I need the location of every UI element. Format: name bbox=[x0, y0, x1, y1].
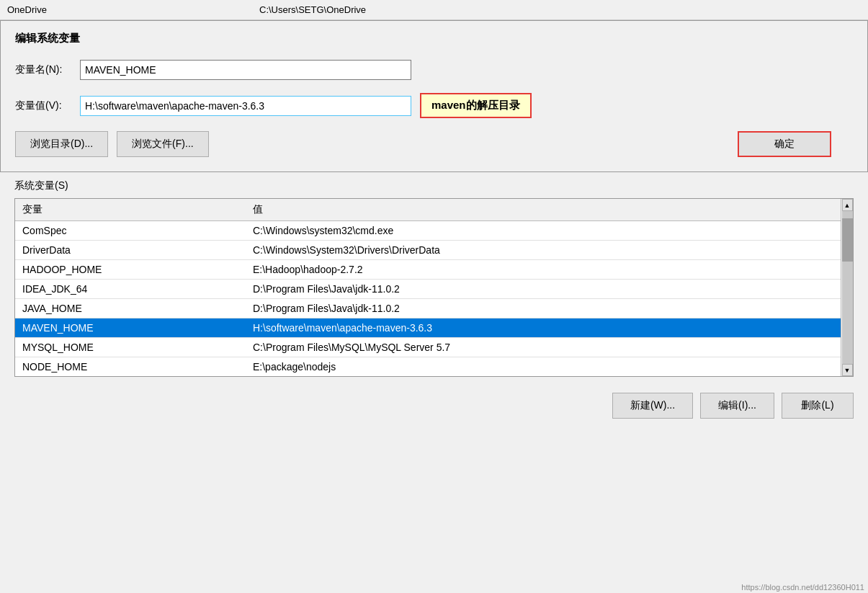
table-cell-value: C:\Windows\system32\cmd.exe bbox=[246, 223, 853, 238]
tooltip-box: maven的解压目录 bbox=[420, 93, 532, 118]
scrollbar[interactable]: ▲ ▼ bbox=[841, 199, 853, 376]
edit-dialog-title: 编辑系统变量 bbox=[15, 32, 853, 45]
table-row[interactable]: HADOOP_HOMEE:\Hadoop\hadoop-2.7.2 bbox=[15, 260, 853, 280]
table-cell-name: HADOOP_HOME bbox=[15, 262, 246, 277]
table-cell-value: H:\software\maven\apache-maven-3.6.3 bbox=[246, 321, 853, 335]
table-row[interactable]: JAVA_HOMED:\Program Files\Java\jdk-11.0.… bbox=[15, 299, 853, 318]
table-cell-value: D:\Program Files\Java\jdk-11.0.2 bbox=[246, 282, 853, 296]
value-label: 变量值(V): bbox=[15, 99, 80, 112]
table-row[interactable]: MAVEN_HOMEH:\software\maven\apache-maven… bbox=[15, 318, 853, 338]
onedrive-name: OneDrive bbox=[7, 4, 259, 15]
table-row[interactable]: ComSpecC:\Windows\system32\cmd.exe bbox=[15, 221, 853, 241]
new-button[interactable]: 新建(W)... bbox=[612, 393, 693, 419]
sys-vars-section: 系统变量(S) 变量 值 ComSpecC:\Windows\system32\… bbox=[0, 172, 868, 384]
table-header: 变量 值 bbox=[15, 199, 853, 221]
variable-value-input[interactable] bbox=[80, 96, 411, 116]
bottom-buttons: 新建(W)... 编辑(I)... 删除(L) bbox=[0, 384, 868, 427]
sys-vars-table: 变量 值 ComSpecC:\Windows\system32\cmd.exeD… bbox=[14, 198, 854, 377]
col-header-name: 变量 bbox=[15, 202, 246, 218]
form-name-row: 变量名(N): bbox=[15, 60, 853, 80]
confirm-button[interactable]: 确定 bbox=[738, 131, 831, 157]
variable-name-input[interactable] bbox=[80, 60, 411, 80]
table-cell-name: JAVA_HOME bbox=[15, 301, 246, 316]
scroll-down-button[interactable]: ▼ bbox=[842, 364, 853, 376]
browse-dir-button[interactable]: 浏览目录(D)... bbox=[15, 131, 108, 157]
onedrive-value: C:\Users\SETG\OneDrive bbox=[259, 4, 366, 15]
main-container: OneDrive C:\Users\SETG\OneDrive 编辑系统变量 变… bbox=[0, 0, 868, 593]
table-row[interactable]: MYSQL_HOMEC:\Program Files\MySQL\MySQL S… bbox=[15, 338, 853, 357]
table-row[interactable]: DriverDataC:\Windows\System32\Drivers\Dr… bbox=[15, 241, 853, 260]
table-cell-value: D:\Program Files\Java\jdk-11.0.2 bbox=[246, 301, 853, 316]
table-cell-name: IDEA_JDK_64 bbox=[15, 282, 246, 296]
table-body: ComSpecC:\Windows\system32\cmd.exeDriver… bbox=[15, 221, 853, 376]
scroll-up-button[interactable]: ▲ bbox=[842, 199, 853, 211]
table-row[interactable]: NODE_HOMEE:\package\nodejs bbox=[15, 357, 853, 376]
name-label: 变量名(N): bbox=[15, 63, 80, 76]
dialog-button-row: 浏览目录(D)... 浏览文件(F)... 确定 bbox=[15, 131, 853, 157]
table-cell-name: MYSQL_HOME bbox=[15, 340, 246, 355]
onedrive-row: OneDrive C:\Users\SETG\OneDrive bbox=[0, 0, 868, 20]
table-row[interactable]: IDEA_JDK_64D:\Program Files\Java\jdk-11.… bbox=[15, 280, 853, 299]
delete-button[interactable]: 删除(L) bbox=[782, 393, 854, 419]
table-cell-value: C:\Windows\System32\Drivers\DriverData bbox=[246, 243, 853, 257]
form-value-row: 变量值(V): maven的解压目录 bbox=[15, 93, 853, 118]
col-header-value: 值 bbox=[246, 202, 853, 218]
table-cell-name: ComSpec bbox=[15, 223, 246, 238]
watermark: https://blog.csdn.net/dd12360H011 bbox=[741, 583, 864, 592]
sys-vars-title: 系统变量(S) bbox=[14, 179, 854, 192]
table-cell-value: E:\package\nodejs bbox=[246, 360, 853, 374]
edit-dialog: 编辑系统变量 变量名(N): 变量值(V): maven的解压目录 浏览目录(D… bbox=[0, 20, 868, 172]
table-cell-value: E:\Hadoop\hadoop-2.7.2 bbox=[246, 262, 853, 277]
edit-button[interactable]: 编辑(I)... bbox=[700, 393, 774, 419]
table-cell-name: MAVEN_HOME bbox=[15, 321, 246, 335]
scrollbar-thumb bbox=[842, 218, 853, 262]
table-cell-name: NODE_HOME bbox=[15, 360, 246, 374]
table-cell-value: C:\Program Files\MySQL\MySQL Server 5.7 bbox=[246, 340, 853, 355]
scrollbar-track bbox=[842, 211, 853, 364]
browse-file-button[interactable]: 浏览文件(F)... bbox=[117, 131, 209, 157]
table-cell-name: DriverData bbox=[15, 243, 246, 257]
